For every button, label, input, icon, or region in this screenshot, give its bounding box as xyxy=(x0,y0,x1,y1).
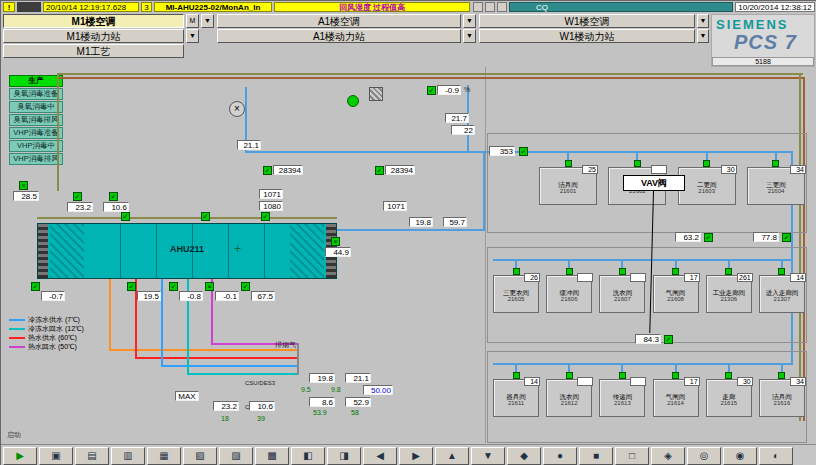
room[interactable]: 14 进入走廊间 21307 xyxy=(759,260,805,313)
nav-select-down-icon[interactable]: ▼ xyxy=(463,14,476,28)
status-icon[interactable]: ✓ xyxy=(241,282,250,291)
alarm-ack-button[interactable] xyxy=(473,2,483,12)
water-temp-readout[interactable]: 23.2 xyxy=(213,401,239,411)
status-icon[interactable]: ✓ xyxy=(169,282,178,291)
toolbar-button[interactable]: ▦ xyxy=(147,447,181,465)
nav-m1-ac-button[interactable]: M1楼空调 xyxy=(3,14,184,28)
valve-position-readout[interactable]: 67.5 xyxy=(251,291,275,301)
heat-exchanger-icon[interactable] xyxy=(369,87,383,101)
room-flow-readout[interactable]: 17 xyxy=(684,377,700,386)
flow-status-icon[interactable]: ✓ xyxy=(375,166,384,175)
vav-damper-icon[interactable] xyxy=(513,372,520,379)
toolbar-button[interactable]: ◆ xyxy=(507,447,541,465)
room-flow-readout[interactable] xyxy=(651,165,667,174)
room-flow-readout[interactable]: 14 xyxy=(790,273,806,282)
mode-menu-item[interactable]: 臭氧消毒排风 xyxy=(9,114,63,126)
max-selector[interactable]: MAX xyxy=(175,391,199,401)
coil-temp-readout[interactable]: -0.1 xyxy=(215,291,239,301)
status-icon[interactable]: × xyxy=(205,282,214,291)
room[interactable]: 25 洁具间 21601 xyxy=(539,152,597,205)
vav-damper-readout[interactable]: 84.3 xyxy=(635,334,661,344)
mode-menu-item[interactable]: VHP消毒中 xyxy=(9,140,63,152)
room-flow-readout[interactable]: 25 xyxy=(582,165,598,174)
room-flow-readout[interactable] xyxy=(630,377,646,386)
toolbar-button[interactable]: ▩ xyxy=(255,447,289,465)
toolbar-button[interactable]: ◈ xyxy=(651,447,685,465)
vav-damper-icon[interactable] xyxy=(778,268,785,275)
alarm-warning-icon[interactable]: ! xyxy=(3,2,15,12)
room[interactable]: 洗衣间 21607 xyxy=(599,260,645,313)
return-flow-readout[interactable]: 28394 xyxy=(273,165,303,175)
toolbar-button[interactable]: ◨ xyxy=(327,447,361,465)
preheat-temp2-readout[interactable]: 10.6 xyxy=(103,202,129,212)
status-icon[interactable]: ✓ xyxy=(427,86,436,95)
mix-temp-readout[interactable]: 44.9 xyxy=(325,247,351,257)
status-icon[interactable]: ✓ xyxy=(31,282,40,291)
room-flow-readout[interactable]: 30 xyxy=(721,165,737,174)
alarm-tag[interactable]: MI-AHU225-02/MonAn_In xyxy=(154,2,272,12)
room[interactable]: 17 气闸间 21608 xyxy=(653,260,699,313)
room[interactable]: 30 走廊 21615 xyxy=(706,364,752,417)
room[interactable]: 26 三更衣间 21605 xyxy=(493,260,539,313)
vav-damper-icon[interactable] xyxy=(634,160,641,167)
nav-a1-ac-button[interactable]: A1楼空调 xyxy=(217,14,461,28)
alarm-list-button[interactable] xyxy=(497,2,507,12)
vav-damper-icon[interactable] xyxy=(772,160,779,167)
toolbar-button[interactable]: ● xyxy=(543,447,577,465)
fan-speed-readout[interactable]: 1080 xyxy=(259,201,283,211)
status-icon[interactable]: ✓ xyxy=(127,282,136,291)
nav-m1-power-button[interactable]: M1楼动力站 xyxy=(3,29,184,43)
status-icon[interactable]: ✓ xyxy=(782,233,791,242)
fault-status-icon[interactable]: × xyxy=(331,237,340,246)
vav-damper-icon[interactable] xyxy=(513,268,520,275)
room-temp-readout[interactable]: 21.1 xyxy=(345,373,371,383)
status-icon[interactable]: ✓ xyxy=(109,192,118,201)
room-temp-readout[interactable]: 19.8 xyxy=(309,373,335,383)
status-icon[interactable]: ✓ xyxy=(664,335,673,344)
toolbar-button[interactable]: ◉ xyxy=(723,447,757,465)
alarm-message[interactable]: 回风湿度 过程值高 xyxy=(274,2,470,12)
pressure-readout[interactable]: -0.9 xyxy=(437,85,461,95)
room-flow-readout[interactable]: 26 xyxy=(524,273,540,282)
coil-temp-readout[interactable]: -0.7 xyxy=(41,291,65,301)
room-flow-readout[interactable]: 17 xyxy=(684,273,700,282)
toolbar-button[interactable]: ▶ xyxy=(3,447,37,465)
vav-damper-icon[interactable] xyxy=(725,372,732,379)
preheat-temp-readout[interactable]: 23.2 xyxy=(67,202,93,212)
toolbar-button[interactable]: □ xyxy=(615,447,649,465)
damper-status-icon[interactable]: ✓ xyxy=(121,212,130,221)
vav-damper-icon[interactable] xyxy=(725,268,732,275)
vav-damper-icon[interactable] xyxy=(672,372,679,379)
room-flow-readout[interactable]: 14 xyxy=(524,377,540,386)
status-icon[interactable]: ✓ xyxy=(519,147,528,156)
mode-menu-item[interactable]: VHP消毒排风 xyxy=(9,153,63,165)
toolbar-button[interactable]: ▨ xyxy=(219,447,253,465)
toolbar-button[interactable]: ▼ xyxy=(471,447,505,465)
toolbar-button[interactable]: ◀ xyxy=(363,447,397,465)
nav-select-down-icon[interactable]: ▼ xyxy=(697,29,709,43)
room[interactable]: 14 器具间 21611 xyxy=(493,364,539,417)
ahu-unit[interactable]: + AHU211 xyxy=(37,223,337,279)
vav-damper-icon[interactable] xyxy=(566,372,573,379)
damper-status-icon[interactable]: ✓ xyxy=(201,212,210,221)
room[interactable]: 缓冲间 21606 xyxy=(546,260,592,313)
humidity-setpoint-input[interactable]: 50.00 xyxy=(363,385,393,395)
fresh-air-humidity-readout[interactable]: 28.5 xyxy=(13,191,39,201)
toolbar-button[interactable]: ▥ xyxy=(111,447,145,465)
nav-m1-process-button[interactable]: M1工艺 xyxy=(3,44,184,58)
alarm-horn-button[interactable] xyxy=(485,2,495,12)
room-flow-readout[interactable]: 34 xyxy=(790,377,806,386)
toolbar-button[interactable]: ▶ xyxy=(399,447,433,465)
zone-humidity-readout[interactable]: 63.2 xyxy=(675,232,701,242)
room-flow-readout[interactable] xyxy=(577,273,593,282)
room-humidity-readout[interactable]: 52.9 xyxy=(345,397,371,407)
status-icon[interactable]: ✓ xyxy=(73,192,82,201)
mode-menu-item[interactable]: VHP消毒准备 xyxy=(9,127,63,139)
room-flow-readout[interactable] xyxy=(630,273,646,282)
supply-temp2-readout[interactable]: 22 xyxy=(451,125,475,135)
nav-w1-power-button[interactable]: W1楼动力站 xyxy=(479,29,695,43)
coil-temp-readout[interactable]: -0.8 xyxy=(179,291,203,301)
fault-status-icon[interactable]: × xyxy=(19,181,28,190)
vav-damper-icon[interactable] xyxy=(778,372,785,379)
vav-damper-icon[interactable] xyxy=(672,268,679,275)
